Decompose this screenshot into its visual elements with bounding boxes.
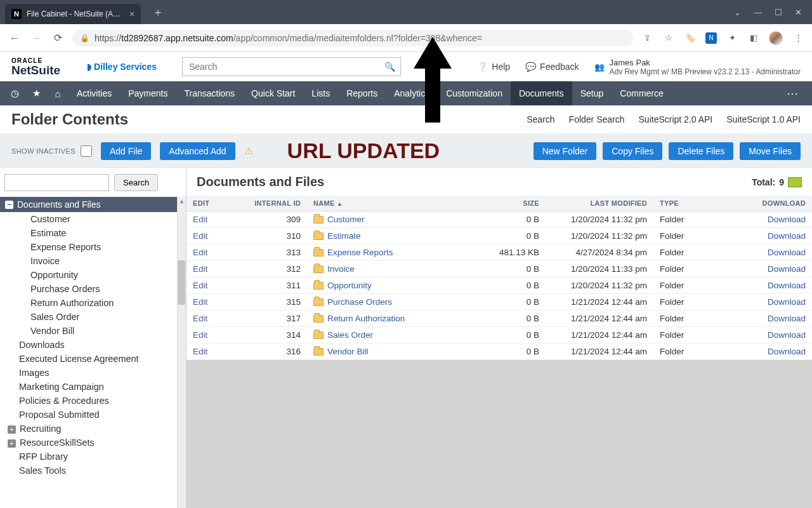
edit-link[interactable]: Edit [193, 248, 207, 257]
copy-files-button[interactable]: Copy Files [603, 142, 662, 160]
col-type[interactable]: TYPE [653, 196, 742, 211]
col-size[interactable]: SIZE [476, 196, 546, 211]
bookmark-star-icon[interactable]: ☆ [662, 32, 675, 44]
tree-item-purchase-orders[interactable]: Purchase Orders [0, 282, 186, 296]
move-files-button[interactable]: Move Files [740, 142, 801, 160]
nav-item-analytics[interactable]: Analytics [386, 81, 438, 105]
global-search-input[interactable] [183, 58, 380, 76]
nav-item-transactions[interactable]: Transactions [176, 81, 243, 105]
download-link[interactable]: Download [768, 314, 806, 323]
col-download[interactable]: DOWNLOAD [742, 196, 812, 211]
nav-item-customization[interactable]: Customization [438, 81, 511, 105]
expand-icon[interactable]: + [8, 439, 16, 448]
edit-link[interactable]: Edit [193, 231, 207, 241]
global-search[interactable]: 🔍 [182, 57, 401, 76]
new-tab-button[interactable]: ＋ [148, 4, 167, 20]
download-link[interactable]: Download [768, 281, 806, 290]
header-link-search[interactable]: Search [527, 114, 554, 124]
folder-name-link[interactable]: Invoice [327, 264, 355, 274]
download-link[interactable]: Download [768, 347, 806, 356]
header-link-suitescript-1-0-api[interactable]: SuiteScript 1.0 API [726, 114, 801, 124]
minimize-icon[interactable]: ― [754, 8, 762, 17]
tree-item-sales-order[interactable]: Sales Order [0, 310, 186, 324]
advanced-add-button[interactable]: Advanced Add [160, 142, 235, 160]
tree-item-opportunity[interactable]: Opportunity [0, 268, 186, 282]
folder-name-link[interactable]: Return Authorization [327, 314, 405, 323]
share-icon[interactable]: ⇪ [641, 32, 653, 44]
extensions-icon[interactable]: ✦ [726, 32, 738, 44]
tree-search-input[interactable] [4, 174, 109, 191]
side-panel-icon[interactable]: ◧ [747, 32, 760, 44]
download-link[interactable]: Download [768, 248, 806, 257]
reload-button[interactable]: ⟳ [51, 32, 65, 44]
tree-item-invoice[interactable]: Invoice [0, 254, 186, 268]
new-folder-button[interactable]: New Folder [534, 142, 597, 160]
header-link-suitescript-2-0-api[interactable]: SuiteScript 2.0 API [639, 114, 713, 124]
tree-item-images[interactable]: Images [0, 366, 186, 380]
expand-icon[interactable]: + [8, 425, 16, 434]
help-link[interactable]: ❔Help [477, 62, 510, 72]
tree-item-downloads[interactable]: Downloads [0, 338, 186, 352]
back-button[interactable]: ← [8, 32, 22, 44]
browser-tab[interactable]: N File Cabinet - NetSuite (Adv Rev × [5, 4, 141, 24]
extension-icon-2[interactable]: N [705, 32, 717, 44]
tree-item-proposal-submitted[interactable]: Proposal Submitted [0, 408, 186, 422]
tree-item-return-authorization[interactable]: Return Authorization [0, 296, 186, 310]
oracle-netsuite-logo[interactable]: ORACLE NetSuite [11, 58, 60, 76]
account-name[interactable]: Dilley Services [87, 62, 157, 72]
tree-item-customer[interactable]: Customer [0, 212, 186, 226]
delete-files-button[interactable]: Delete Files [669, 142, 733, 160]
folder-name-link[interactable]: Expense Reports [327, 248, 393, 257]
edit-link[interactable]: Edit [193, 297, 207, 307]
user-menu[interactable]: 👥 James Pak Adv Rev Mgmt w/ MB Preview v… [594, 58, 801, 76]
extension-icon-1[interactable]: 🏷️ [684, 32, 697, 44]
download-link[interactable]: Download [768, 330, 806, 340]
browser-menu-icon[interactable]: ⋮ [792, 32, 804, 44]
tree-search-button[interactable]: Search [114, 174, 158, 191]
header-link-folder-search[interactable]: Folder Search [569, 114, 625, 124]
col-edit[interactable]: EDIT [187, 196, 244, 211]
show-inactives[interactable]: SHOW INACTIVES [11, 145, 92, 157]
folder-name-link[interactable]: Opportunity [327, 281, 372, 290]
edit-link[interactable]: Edit [193, 330, 207, 340]
favorites-icon[interactable]: ★ [25, 88, 47, 99]
tree-root[interactable]: − Documents and Files [0, 197, 186, 212]
recent-icon[interactable]: ◷ [4, 88, 25, 99]
download-link[interactable]: Download [768, 297, 806, 307]
tree-item-executed-license-agreement[interactable]: Executed License Agreement [0, 352, 186, 366]
nav-item-lists[interactable]: Lists [303, 81, 338, 105]
collapse-icon[interactable]: − [5, 201, 13, 209]
folder-name-link[interactable]: Customer [327, 215, 365, 224]
profile-avatar[interactable] [769, 31, 783, 45]
scrollbar-thumb[interactable] [178, 260, 185, 305]
add-file-button[interactable]: Add File [101, 142, 151, 160]
forward-button[interactable]: → [29, 32, 43, 44]
nav-item-setup[interactable]: Setup [572, 81, 612, 105]
tree-item-estimate[interactable]: Estimate [0, 226, 186, 240]
col-name[interactable]: NAME ▲ [307, 196, 476, 211]
tab-close-icon[interactable]: × [129, 9, 134, 19]
tree-item-marketing-campaign[interactable]: Marketing Campaign [0, 380, 186, 394]
close-window-icon[interactable]: ✕ [795, 8, 802, 17]
maximize-icon[interactable]: ☐ [775, 8, 782, 17]
nav-more-icon[interactable]: ⋯ [778, 86, 808, 100]
edit-link[interactable]: Edit [193, 264, 207, 274]
folder-name-link[interactable]: Vendor Bill [327, 347, 369, 356]
tree-item-expense-reports[interactable]: Expense Reports [0, 240, 186, 254]
export-icon[interactable] [788, 177, 802, 187]
scroll-up-icon[interactable]: ▲ [179, 198, 185, 204]
nav-item-activities[interactable]: Activities [69, 81, 120, 105]
tree-item-resourceskillsets[interactable]: +ResourceSkillSets [0, 436, 186, 450]
nav-item-payments[interactable]: Payments [120, 81, 176, 105]
nav-item-commerce[interactable]: Commerce [612, 81, 671, 105]
show-inactives-checkbox[interactable] [81, 145, 92, 157]
address-bar[interactable]: 🔒 https://td2892687.app.netsuite.com/app… [72, 30, 633, 46]
edit-link[interactable]: Edit [193, 347, 207, 356]
tree-item-recruiting[interactable]: +Recruiting [0, 422, 186, 436]
home-icon[interactable]: ⌂ [47, 88, 69, 99]
col-id[interactable]: INTERNAL ID [244, 196, 307, 211]
tree-item-rfp-library[interactable]: RFP Library [0, 450, 186, 464]
edit-link[interactable]: Edit [193, 314, 207, 323]
chevron-down-icon[interactable]: ⌄ [734, 8, 741, 17]
feedback-link[interactable]: 💬Feedback [525, 62, 579, 72]
